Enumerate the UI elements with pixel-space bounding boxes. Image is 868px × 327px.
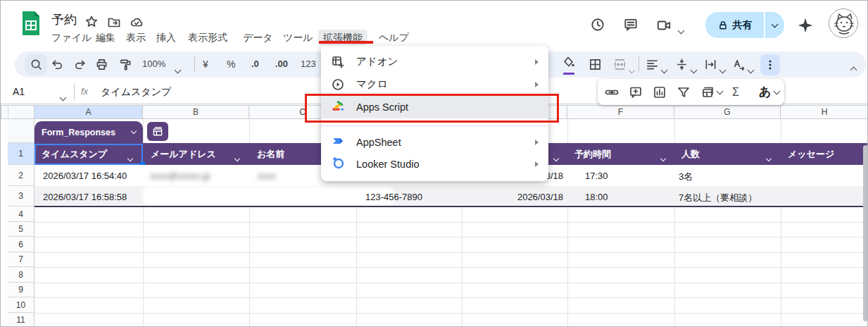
cell-e3-date[interactable]: 2026/03/18 — [462, 192, 563, 202]
gemini-sparkle-icon[interactable] — [797, 17, 814, 37]
row-header-9[interactable]: 9 — [8, 283, 34, 297]
merge-cells-icon[interactable] — [613, 58, 627, 71]
menu-item-addons[interactable]: アドオン — [321, 51, 548, 73]
scrollbar-thumb[interactable] — [863, 145, 868, 321]
menu-item-looker-studio[interactable]: Looker Studio — [321, 153, 548, 175]
cell-g2-party[interactable]: 3名 — [679, 171, 693, 183]
paint-format-icon[interactable] — [119, 58, 132, 71]
table-views-chip[interactable] — [147, 122, 168, 141]
horizontal-align-dropdown-icon[interactable] — [662, 63, 667, 75]
name-box-dropdown-icon[interactable] — [61, 90, 65, 103]
header-email[interactable]: メールアドレス — [151, 148, 216, 161]
text-rotation-icon[interactable] — [732, 58, 746, 71]
input-method-button[interactable]: あ — [759, 84, 779, 100]
star-icon[interactable] — [84, 15, 99, 29]
header-party-size[interactable]: 人数 — [681, 148, 700, 161]
cloud-saved-icon[interactable] — [130, 16, 144, 30]
row-header-4[interactable]: 4 — [8, 206, 34, 222]
row-header-5[interactable]: 5 — [8, 222, 34, 237]
print-icon[interactable] — [95, 58, 108, 71]
column-header-b[interactable]: B — [143, 105, 249, 119]
table-views-icon[interactable] — [700, 85, 722, 99]
cell-f2-time[interactable]: 17:30 — [585, 171, 608, 181]
header-party-size-dropdown-icon[interactable] — [767, 151, 771, 164]
menu-edit[interactable]: 編集 — [91, 30, 120, 45]
header-email-dropdown-icon[interactable] — [235, 151, 239, 164]
corner-select-all[interactable] — [1, 105, 34, 119]
sheets-logo[interactable] — [21, 10, 41, 37]
table-name-chip[interactable]: Form_Responses — [34, 121, 143, 143]
cell-b2-email-redacted[interactable]: xxxx@xxxxx.jp — [150, 171, 210, 181]
vertical-align-dropdown-icon[interactable] — [691, 63, 696, 75]
format-currency-button[interactable]: ¥ — [203, 58, 208, 70]
row-header-10[interactable]: 10 — [8, 297, 34, 313]
formula-input[interactable]: タイムスタンプ — [101, 86, 171, 99]
column-header-a[interactable]: A — [34, 105, 143, 119]
cell-a3-timestamp[interactable]: 2026/03/17 16:58:58 — [43, 192, 127, 202]
document-title[interactable]: 予約 — [51, 11, 77, 28]
share-dropdown-button[interactable] — [765, 12, 784, 38]
row-header-11[interactable]: 11 — [8, 313, 34, 327]
redo-icon[interactable] — [73, 58, 87, 71]
fill-color-icon[interactable] — [562, 56, 576, 75]
menu-insert[interactable]: 挿入 — [151, 30, 181, 45]
text-wrap-dropdown-icon[interactable] — [720, 63, 725, 75]
insert-comment-icon[interactable] — [629, 85, 643, 99]
version-history-icon[interactable] — [590, 17, 605, 32]
zoom-dropdown-icon[interactable] — [175, 63, 180, 75]
format-percent-button[interactable]: % — [227, 58, 235, 70]
search-button[interactable] — [25, 54, 47, 75]
row-header-3[interactable]: 3 — [8, 186, 34, 206]
cell-f3-time[interactable]: 18:00 — [585, 192, 608, 202]
create-filter-icon[interactable] — [677, 85, 691, 99]
zoom-select[interactable]: 100% — [142, 58, 165, 69]
undo-icon[interactable] — [51, 58, 64, 71]
decrease-decimal-button[interactable]: .0 — [251, 58, 259, 69]
menu-view[interactable]: 表示 — [121, 30, 151, 45]
menu-data[interactable]: データ — [238, 30, 278, 45]
column-header-g[interactable]: G — [674, 105, 781, 119]
menu-tools[interactable]: ツール — [278, 30, 318, 45]
video-call-dropdown-icon[interactable] — [679, 23, 684, 36]
menu-item-appsheet[interactable]: AppSheet — [321, 131, 548, 153]
header-time-dropdown-icon[interactable] — [661, 151, 665, 164]
header-name[interactable]: お名前 — [257, 148, 284, 161]
row-header-6[interactable]: 6 — [8, 237, 34, 252]
text-rotation-dropdown-icon[interactable] — [748, 63, 753, 75]
avatar[interactable] — [829, 8, 858, 38]
number-format-button[interactable]: 123 — [301, 58, 316, 69]
header-time[interactable]: 予約時間 — [574, 148, 611, 161]
menu-file[interactable]: ファイル — [46, 30, 96, 45]
insert-link-icon[interactable] — [605, 85, 619, 99]
insert-chart-icon[interactable] — [653, 85, 667, 99]
header-message[interactable]: メッセージ — [788, 148, 834, 161]
more-toolbar-button[interactable] — [760, 54, 780, 75]
merge-dropdown-icon[interactable] — [629, 63, 634, 75]
comments-icon[interactable] — [623, 17, 639, 32]
column-header-h[interactable]: H — [781, 105, 868, 119]
video-call-icon[interactable] — [656, 18, 672, 33]
row-header-7[interactable]: 7 — [8, 252, 34, 267]
row-header-8[interactable]: 8 — [8, 267, 34, 283]
menu-item-macros[interactable]: マクロ — [321, 73, 548, 95]
header-date-dropdown-icon[interactable] — [554, 151, 558, 164]
cell-a2-timestamp[interactable]: 2026/03/17 16:54:40 — [43, 171, 127, 181]
row-header-2[interactable]: 2 — [8, 165, 34, 186]
menu-help[interactable]: ヘルプ — [374, 30, 414, 45]
vertical-scrollbar[interactable] — [863, 144, 868, 327]
row-header-1[interactable]: 1 — [8, 143, 34, 165]
move-to-folder-icon[interactable] — [107, 16, 121, 30]
vertical-align-icon[interactable] — [675, 58, 688, 71]
name-box[interactable]: A1 — [13, 86, 25, 97]
horizontal-align-icon[interactable] — [646, 58, 659, 71]
collapse-toolbar-icon[interactable] — [851, 63, 856, 75]
cell-c2-name-redacted[interactable]: xxxx — [258, 171, 276, 181]
functions-button[interactable]: Σ — [732, 86, 739, 99]
text-wrap-icon[interactable] — [704, 58, 717, 71]
cell-g3-party[interactable]: 7名以上（要相談） — [679, 192, 757, 204]
column-header-f[interactable]: F — [567, 105, 674, 119]
borders-icon[interactable] — [589, 58, 602, 71]
share-button[interactable]: 共有 — [705, 12, 764, 38]
increase-decimal-button[interactable]: .00 — [275, 58, 288, 69]
menu-format[interactable]: 表示形式 — [183, 30, 232, 45]
